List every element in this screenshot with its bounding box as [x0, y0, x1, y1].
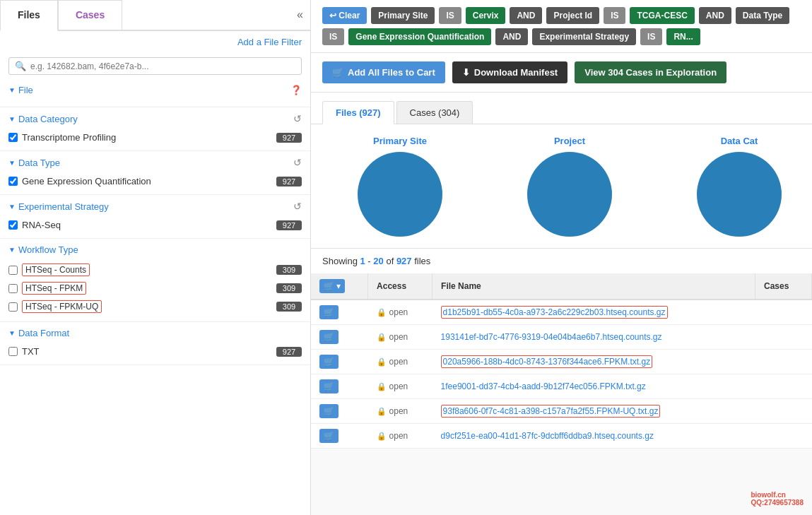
sidebar-tab-bar: Files Cases «	[0, 0, 310, 31]
and-tag-3: AND	[495, 28, 528, 45]
checkbox-gene-expr[interactable]	[8, 177, 18, 186]
access-cell: 🔒open	[377, 431, 424, 441]
filter-section-workflow-type: ▼ Workflow Type HTSeq - Counts 309 HTSeq…	[0, 239, 310, 322]
viz-project-title: Project	[554, 136, 585, 146]
add-all-files-to-cart-button[interactable]: 🛒 Add All Files to Cart	[322, 61, 445, 83]
checkbox-rna-seq[interactable]	[8, 220, 18, 230]
filter-label-gene-expr: Gene Expression Quantification	[22, 176, 151, 187]
table-row: 🛒🔒open93f8a606-0f7c-4c81-a398-c157a7fa2f…	[311, 399, 812, 424]
caret-icon: ▼	[8, 86, 16, 94]
filter-section-data-format: ▼ Data Format TXT 927	[0, 322, 310, 365]
row-cart-button[interactable]: 🛒	[319, 305, 339, 319]
collapse-sidebar-button[interactable]: «	[290, 0, 310, 30]
filter-section-data-category-title[interactable]: ▼ Data Category	[8, 114, 78, 124]
reset-data-type-icon[interactable]: ↺	[293, 157, 302, 168]
filter-section-workflow-type-title[interactable]: ▼ Workflow Type	[8, 244, 78, 255]
checkbox-htseq-fpkm[interactable]	[8, 284, 18, 293]
showing-dash: -	[367, 256, 370, 266]
tab-cases-304[interactable]: Cases (304)	[396, 101, 473, 124]
tab-files-927[interactable]: Files (927)	[322, 101, 394, 124]
tab-files[interactable]: Files	[0, 0, 58, 31]
row-cart-button[interactable]: 🛒	[319, 330, 339, 344]
access-label: open	[389, 406, 408, 416]
file-link[interactable]: d9cf251e-ea00-41d1-87fc-9dcbff6ddba9.hts…	[441, 431, 654, 441]
reset-exp-strategy-icon[interactable]: ↺	[293, 201, 302, 212]
clear-filter-tag[interactable]: ↩ Clear	[322, 7, 367, 24]
showing-count: 927	[396, 256, 412, 266]
donut-chart-project[interactable]	[527, 152, 612, 237]
lock-icon: 🔒	[377, 357, 387, 367]
download-icon: ⬇	[462, 67, 470, 78]
and-tag-1: AND	[510, 7, 542, 24]
checkbox-htseq-counts[interactable]	[8, 266, 18, 275]
checkbox-txt[interactable]	[8, 347, 18, 356]
checkbox-htseq-fpkm-uq[interactable]	[8, 302, 18, 312]
lock-icon: 🔒	[377, 333, 387, 342]
filter-section-exp-strategy: ▼ Experimental Strategy ↺ RNA-Seq 927	[0, 195, 310, 239]
exp-strategy-tag: Experimental Strategy	[532, 28, 636, 45]
filter-item-transcriptome: Transcriptome Profiling 927	[8, 130, 302, 145]
row-cart-button[interactable]: 🛒	[319, 355, 339, 369]
is-op-tag-4: IS	[640, 28, 662, 45]
and-tag-2: AND	[699, 7, 731, 24]
access-label: open	[389, 431, 408, 441]
filter-item-gene-expr: Gene Expression Quantification 927	[8, 174, 302, 189]
help-icon[interactable]: ❓	[290, 85, 302, 95]
row-cart-button[interactable]: 🛒	[319, 429, 339, 443]
filter-item-txt: TXT 927	[8, 344, 302, 359]
download-manifest-button[interactable]: ⬇ Download Manifest	[452, 61, 567, 83]
file-link[interactable]: 020a5966-188b-4dc0-8743-1376f344ace6.FPK…	[441, 355, 653, 368]
data-type-tag: Data Type	[736, 7, 789, 24]
table-row: 🛒🔒opend1b25b91-db55-4c0a-a973-2a6c229c2b…	[311, 300, 812, 325]
is-op-tag-2: IS	[604, 7, 625, 24]
biowolf-branding: biowolf.cn QQ:2749657388	[751, 491, 804, 507]
filter-section-file-title[interactable]: ▼ File	[8, 85, 33, 95]
reset-data-category-icon[interactable]: ↺	[293, 113, 302, 124]
donut-chart-data-category[interactable]	[697, 152, 782, 237]
access-cell: 🔒open	[377, 381, 424, 391]
filter-section-data-format-title[interactable]: ▼ Data Format	[8, 328, 69, 338]
caret-icon: ▼	[8, 329, 16, 337]
tab-cases[interactable]: Cases	[58, 0, 122, 30]
cervix-value-tag: Cervix	[466, 7, 506, 24]
filter-label-transcriptome: Transcriptome Profiling	[22, 132, 116, 143]
filter-section-exp-strategy-title[interactable]: ▼ Experimental Strategy	[8, 201, 109, 212]
showing-of: of	[386, 256, 394, 266]
filter-section-data-type: ▼ Data Type ↺ Gene Expression Quantifica…	[0, 151, 310, 195]
viz-project: Project	[492, 136, 647, 237]
showing-prefix: Showing	[322, 256, 358, 266]
filter-item-rna-seq: RNA-Seq 927	[8, 218, 302, 232]
add-file-filter-link[interactable]: Add a File Filter	[237, 37, 302, 47]
file-link[interactable]: d1b25b91-db55-4c0a-a973-2a6c229c2b03.hts…	[441, 306, 668, 319]
caret-icon: ▼	[8, 159, 16, 167]
access-cell: 🔒open	[377, 307, 424, 317]
table-row: 🛒🔒opend9cf251e-ea00-41d1-87fc-9dcbff6ddb…	[311, 424, 812, 449]
primary-site-tag: Primary Site	[371, 7, 435, 24]
filter-section-data-type-title[interactable]: ▼ Data Type	[8, 158, 60, 168]
file-link[interactable]: 193141ef-bd7c-4776-9319-04e04b4ae6b7.hts…	[441, 332, 662, 342]
cases-cell	[755, 399, 812, 424]
viz-data-category: Data Cat	[661, 136, 812, 237]
access-label: open	[389, 381, 408, 391]
search-input[interactable]	[30, 61, 295, 71]
file-link[interactable]: 93f8a606-0f7c-4c81-a398-c157a7fa2f55.FPK…	[441, 405, 661, 418]
access-label: open	[389, 357, 408, 367]
bulk-cart-button[interactable]: 🛒 ▾	[319, 279, 345, 293]
access-label: open	[389, 332, 408, 342]
checkbox-transcriptome[interactable]	[8, 133, 18, 142]
table-row: 🛒🔒open1fee9001-dd37-4cb4-aadd-9b12f74ec0…	[311, 374, 812, 399]
donut-chart-primary-site[interactable]	[358, 152, 442, 237]
showing-suffix: files	[414, 256, 430, 266]
workflow-label-htseq-fpkm: HTSeq - FPKM	[22, 282, 86, 295]
count-htseq-fpkm-uq: 309	[276, 302, 302, 312]
workflow-item-htseq-counts: HTSeq - Counts 309	[8, 261, 302, 279]
col-cart: 🛒 ▾	[311, 273, 368, 300]
row-cart-button[interactable]: 🛒	[319, 379, 339, 393]
row-cart-button[interactable]: 🛒	[319, 404, 339, 418]
file-link[interactable]: 1fee9001-dd37-4cb4-aadd-9b12f74ec056.FPK…	[441, 381, 646, 391]
cases-cell	[755, 424, 812, 449]
lock-icon: 🔒	[377, 432, 387, 441]
view-cases-exploration-button[interactable]: View 304 Cases in Exploration	[575, 61, 726, 83]
search-icon: 🔍	[15, 61, 26, 71]
rn-value-tag: RN...	[666, 28, 700, 45]
